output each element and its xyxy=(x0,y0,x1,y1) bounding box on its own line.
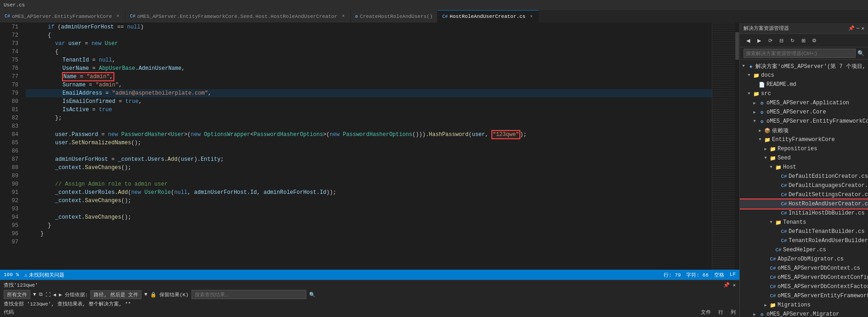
tree-seed[interactable]: ▼ 📁 Seed xyxy=(740,153,868,163)
tree-src[interactable]: ▼ 📁 src xyxy=(740,89,868,98)
code-line-80: IsEmailConfirmed = true, xyxy=(26,97,712,106)
search-results-input[interactable] xyxy=(192,290,306,299)
tree-docs[interactable]: ▼ 📁 docs xyxy=(740,71,868,80)
group-by-label: 分组依据: xyxy=(65,291,88,298)
cs-file-icon-1: C# xyxy=(780,174,788,179)
solution-icon: ◈ xyxy=(747,63,755,69)
tree-tenant-role[interactable]: C# TenantRoleAndUserBuilder.cs xyxy=(740,236,868,245)
se-search-input[interactable] xyxy=(744,49,856,58)
project-icon-2: ⚙ xyxy=(758,109,766,115)
tree-dbcontext[interactable]: C# oMES_APServerDbContext.cs xyxy=(740,264,868,273)
tree-def-edition[interactable]: C# DefaultEditionCreator.cs xyxy=(740,172,868,181)
code-line-74: { xyxy=(26,48,712,56)
se-close-icon[interactable]: ✕ xyxy=(861,25,864,31)
expand-icon[interactable]: ⛶ xyxy=(45,292,51,298)
code-line-95: } xyxy=(26,221,712,230)
dropdown-icon[interactable]: ▼ xyxy=(33,292,36,297)
main-area: 7172737475 7677787980 8182838485 8687888… xyxy=(0,23,868,317)
tree-readme[interactable]: 📄 README.md xyxy=(740,80,868,89)
file-col-header: 文件 xyxy=(701,309,711,316)
tree-core[interactable]: ▶ ⚙ oMES_APServer.Core xyxy=(740,108,868,117)
tab-4-label: HostRoleAndUserCreator.cs xyxy=(450,14,525,19)
copy-icon[interactable]: ⧉ xyxy=(39,292,43,297)
se-sync-btn[interactable]: ⟳ xyxy=(766,36,775,45)
line-col-header: 行 xyxy=(718,309,723,316)
dropdown-icon-2[interactable]: ▼ xyxy=(144,292,147,297)
code-line-88: _context.SaveChanges(); xyxy=(26,164,712,172)
search-results-icon[interactable]: 🔍 xyxy=(309,292,316,298)
se-title: 解决方案资源管理器 xyxy=(744,25,789,32)
zoom-text: 100 % xyxy=(4,272,19,277)
tree-efcore-folder[interactable]: ▼ 📁 EntityFrameworkCore xyxy=(740,135,868,144)
code-line-75: TenantId = null, xyxy=(26,56,712,64)
se-minimize-icon[interactable]: — xyxy=(857,25,860,31)
tab-bar: C# oMES_APServer.EntityFrameworkCore × C… xyxy=(0,10,868,23)
cs-file-icon-6: C# xyxy=(780,229,788,234)
code-line-83 xyxy=(26,122,712,130)
se-filter-btn[interactable]: ⊟ xyxy=(777,36,786,45)
tree-dbcontext-conf[interactable]: C# oMES_APServerDbContextConfigurer.cs xyxy=(740,273,868,282)
code-editor[interactable]: if (adminUserForHost == null) { var user… xyxy=(22,23,712,270)
keep-results-label: 保留结果(K) xyxy=(159,291,189,298)
tree-dbcontext-fac[interactable]: C# oMES_APServerDbContextFactory.cs xyxy=(740,282,868,291)
tree-migrator[interactable]: ▶ ⚙ oMES_APServer.Migrator xyxy=(740,310,868,317)
code-line-72: { xyxy=(26,31,712,40)
se-settings-btn[interactable]: ⚙ xyxy=(810,36,819,45)
cs-file-icon-4: C# xyxy=(780,201,788,207)
tree-abpzero[interactable]: C# AbpZeroDbMigrator.cs xyxy=(740,255,868,264)
editor-area: 7172737475 7677787980 8182838485 8687888… xyxy=(0,23,739,317)
tab-1-close[interactable]: × xyxy=(116,13,120,19)
tab-2-close[interactable]: × xyxy=(341,13,346,19)
cs-file-icon-7: C# xyxy=(780,238,788,243)
host-icon: 📁 xyxy=(775,164,782,170)
pin-icon[interactable]: 📌 xyxy=(723,282,730,288)
tree-ef-module[interactable]: C# oMES_APServerEntityFrameworkModule.c xyxy=(740,291,868,300)
se-pin-icon[interactable]: 📌 xyxy=(848,25,855,31)
se-forward-btn[interactable]: ▶ xyxy=(755,36,764,45)
tree-seed-helper[interactable]: C# SeedHelper.cs xyxy=(740,245,868,255)
code-line-87: adminUserForHost = _context.Users.Add(us… xyxy=(26,155,712,164)
char-info: 字符: 66 xyxy=(686,272,708,278)
tree-solution[interactable]: ▼ ◈ 解决方案'oMES_APServer'(第 7 个项目, 共 8 个) xyxy=(740,62,868,71)
cs-icon-3: ⚙ xyxy=(355,14,358,19)
tab-2[interactable]: C# oMES_APServer.EntityFrameworkCore.See… xyxy=(125,10,351,23)
tree-repos[interactable]: ▶ 📁 Repositories xyxy=(740,144,868,153)
tab-1[interactable]: C# oMES_APServer.EntityFrameworkCore × xyxy=(0,10,125,23)
se-back-btn[interactable]: ◀ xyxy=(744,36,753,45)
tab-3[interactable]: ⚙ CreateHostRoleAndUsers() xyxy=(351,10,438,23)
efcore-folder-icon: 📁 xyxy=(764,137,771,143)
tab-2-label: oMES_APServer.EntityFrameworkCore.Seed.H… xyxy=(137,14,338,19)
tree-host-role[interactable]: C# HostRoleAndUserCreator.cs xyxy=(740,199,868,209)
tab-4[interactable]: C# HostRoleAndUserCreator.cs × xyxy=(438,10,539,23)
tree-initial-host[interactable]: C# InitialHostDbBuilder.cs xyxy=(740,209,868,218)
tree-def-settings[interactable]: C# DefaultSettingsCreator.cs xyxy=(740,190,868,199)
tree-def-lang[interactable]: C# DefaultLanguagesCreator.cs xyxy=(740,181,868,190)
project-icon-3: ⚙ xyxy=(758,119,766,125)
find-result-row: 代码 文件 行 列 xyxy=(4,309,736,316)
tree-tenants[interactable]: ▼ 📁 Tenants xyxy=(740,218,868,227)
tree-dep[interactable]: ▶ 📦 依赖项 xyxy=(740,126,868,135)
code-line-82: }; xyxy=(26,114,712,122)
se-collapse-btn[interactable]: ⊞ xyxy=(799,36,808,45)
cs-file-icon-3: C# xyxy=(780,192,788,198)
close-find-icon[interactable]: ✕ xyxy=(733,282,736,288)
tree-app[interactable]: ▶ ⚙ oMES_APServer.Application xyxy=(740,98,868,108)
tree-def-tenant[interactable]: C# DefaultTenantBuilder.cs xyxy=(740,227,868,236)
code-line-92: _context.SaveChanges(); xyxy=(26,197,712,205)
tree-ef[interactable]: ▼ ⚙ oMES_APServer.EntityFrameworkCore xyxy=(740,117,868,126)
find-bottom-row: 所有文件 ▼ ⧉ ⛶ ◀ ▶ 分组依据: 路径, 然后是 文件 ▼ 🔒 保留结果… xyxy=(4,290,736,299)
code-line-76: UserName = AbpUserBase.AdminUserName, xyxy=(26,64,712,73)
nav-next[interactable]: ▶ xyxy=(59,292,62,298)
se-refresh-btn[interactable]: ↻ xyxy=(788,36,797,45)
tree-migrations[interactable]: ▶ 📁 Migrations xyxy=(740,300,868,310)
code-line-96: } xyxy=(26,230,712,238)
tab-4-close[interactable]: × xyxy=(529,14,534,20)
tree-host[interactable]: ▼ 📁 Host xyxy=(740,163,868,172)
code-line-79: EmailAddress = "admin@aspnetboilerplate.… xyxy=(26,89,712,97)
editor-content[interactable]: 7172737475 7677787980 8182838485 8687888… xyxy=(0,23,739,270)
nav-prev[interactable]: ◀ xyxy=(53,292,56,298)
solution-explorer: 解决方案资源管理器 📌 — ✕ ◀ ▶ ⟳ ⊟ ↻ ⊞ ⚙ 🔍 ▼ ◈ xyxy=(739,23,868,317)
se-search-icon[interactable]: 🔍 xyxy=(857,50,864,57)
lock-icon: 🔒 xyxy=(150,292,157,298)
vertical-scrollbar[interactable] xyxy=(735,23,739,270)
